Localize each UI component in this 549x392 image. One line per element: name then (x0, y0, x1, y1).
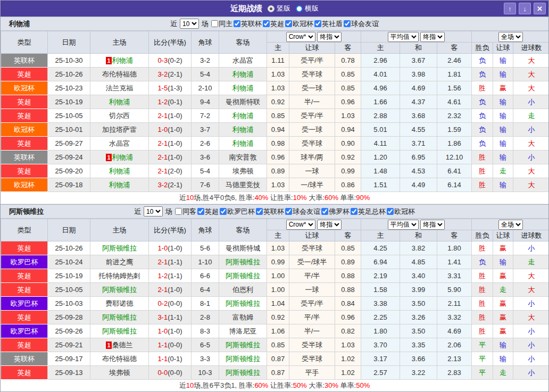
filter-英社盾[interactable]: 英社盾 (314, 19, 343, 29)
odds-stage-select-1[interactable]: 终指 (317, 220, 342, 230)
team-label: 埃弗顿 (109, 369, 130, 377)
summary-text: 近10场,胜4平0负6, 胜率:40% 让胜率:10% 大率:60% 单率:90… (1, 192, 548, 204)
corners-cell: 6-6 (192, 269, 219, 283)
summary-stat-value: 10 (186, 381, 194, 389)
near-label: 近 (170, 19, 177, 29)
filter-英超[interactable]: 英超 (197, 207, 219, 216)
halftime-score: (2-1) (168, 70, 182, 78)
result-cell: 平 (472, 366, 493, 380)
handicap-result-cell: 走 (493, 164, 513, 178)
handicap-result-cell: 输 (493, 338, 513, 352)
halftime-score: (1-3) (168, 84, 182, 92)
average-select[interactable]: 平均值 (388, 220, 419, 230)
filter-checkbox[interactable] (285, 20, 292, 27)
avg-draw-odds: 3.35 (400, 338, 437, 352)
filter-英联杯[interactable]: 英联杯 (256, 207, 284, 216)
filter-checkbox[interactable] (387, 208, 394, 215)
crow-home-odds: 1.00 (267, 269, 289, 283)
goals-result-cell: 大 (513, 81, 549, 95)
filter-checkbox[interactable] (220, 208, 227, 215)
move-down-button[interactable]: ↓ (519, 3, 531, 14)
result-cell: 胜 (472, 311, 493, 324)
avg-away-odds: 4.69 (437, 324, 472, 338)
bookmaker-select[interactable]: Crow* (286, 220, 315, 230)
filter-checkbox[interactable] (314, 20, 321, 27)
match-row: 英超25-09-211桑德兰1-1(0-0)6-5阿斯顿维拉0.85受半球1.0… (1, 338, 549, 352)
recent-count-select[interactable]: 10 (180, 19, 199, 29)
date-cell: 25-10-05 (48, 283, 90, 297)
filter-球会友谊[interactable]: 球会友谊 (344, 19, 379, 29)
corners-cell: 7-6 (192, 178, 219, 192)
filter-label: 英社盾 (322, 19, 343, 29)
handicap-result-cell: 赢 (493, 297, 513, 311)
filter-佛罗杯[interactable]: 佛罗杯 (321, 207, 350, 216)
header-away: 客场 (219, 219, 267, 241)
crow-handicap: 受半球 (289, 137, 335, 151)
date-cell: 25-10-23 (48, 81, 90, 95)
filter-checkbox[interactable] (256, 208, 263, 215)
away-team-cell: 阿斯顿维拉 (219, 255, 267, 269)
filter-欧冠杯[interactable]: 欧冠杯 (285, 19, 313, 29)
crow-away-odds: 0.85 (335, 68, 361, 81)
filter-英联杯[interactable]: 英联杯 (234, 19, 262, 29)
titlebar: 近期战绩 竖版 横版 ↑ ↓ ✕ (1, 1, 548, 16)
competition-cell: 英超 (1, 283, 48, 297)
move-up-button[interactable]: ↑ (504, 3, 516, 14)
match-row: 欧罗巴杯25-10-03费耶诺德0-2(0-0)8-1阿斯顿维拉1.04受平/半… (1, 297, 549, 311)
crow-home-odds: 0.96 (267, 151, 289, 164)
layout-radio-vertical[interactable]: 竖版 (268, 4, 290, 13)
date-cell: 25-09-28 (48, 311, 90, 324)
fullmatch-group-header: 全场 (472, 219, 549, 230)
average-select[interactable]: 平均值 (388, 32, 419, 42)
games-label: 场 (165, 207, 172, 216)
filter-欧冠杯[interactable]: 欧冠杯 (387, 207, 415, 216)
avg-home-odds: 2.88 (361, 109, 400, 123)
home-team-cell: 切尔西 (90, 109, 149, 123)
recent-results-window: 近期战绩 竖版 横版 ↑ ↓ ✕ 利物浦 近 10 场 同主英联杯英超欧冠杯英社… (0, 0, 549, 392)
crow-handicap: 受平/半 (289, 54, 335, 68)
avg-draw-odds: 3.22 (400, 366, 437, 380)
filter-checkbox[interactable] (175, 208, 182, 215)
filter-checkbox[interactable] (197, 208, 204, 215)
match-row: 英超25-10-05切尔西2-1(1-0)7-2利物浦0.85受平/半1.032… (1, 109, 549, 123)
odds-stage-select-2[interactable]: 终指 (420, 32, 445, 42)
filter-同主[interactable]: 同主 (211, 19, 232, 29)
fullmatch-select[interactable]: 全场 (498, 220, 523, 230)
team-label: 利物浦 (109, 167, 130, 175)
filter-checkbox[interactable] (234, 20, 240, 27)
close-button[interactable]: ✕ (534, 3, 546, 14)
filter-欧罗巴杯[interactable]: 欧罗巴杯 (220, 207, 255, 216)
filter-checkbox[interactable] (351, 208, 357, 215)
avg-away-odds: 1.41 (437, 255, 472, 269)
home-team-cell: 利物浦 (90, 95, 149, 109)
page-title: 近期战绩 (230, 4, 262, 14)
match-row: 英超25-09-13埃弗顿0-0(0-0)10-3阿斯顿维拉0.87平手1.02… (1, 366, 549, 380)
crow-handicap: 一球 (289, 164, 335, 178)
odds-stage-select-2[interactable]: 终指 (420, 220, 445, 230)
fullmatch-select[interactable]: 全场 (498, 32, 523, 42)
competition-cell: 英超 (1, 137, 48, 151)
subheader-avg-home: 主 (361, 43, 400, 54)
corners-cell: 3-3 (192, 352, 219, 366)
layout-radio-horizontal[interactable]: 横版 (296, 4, 319, 13)
average-group-header: 平均值 终指 (361, 31, 472, 43)
filter-checkbox[interactable] (211, 20, 218, 27)
filter-checkbox[interactable] (344, 20, 351, 27)
competition-cell: 英超 (1, 338, 48, 352)
match-row: 英超25-09-20利物浦2-1(2-0)5-4埃弗顿0.89一球0.991.4… (1, 164, 549, 178)
away-team-cell: 利物浦 (219, 123, 267, 137)
goals-result-cell: 小 (513, 324, 549, 338)
filter-球会友谊[interactable]: 球会友谊 (285, 207, 320, 216)
bookmaker-select[interactable]: Crow* (286, 32, 315, 42)
filter-checkbox[interactable] (321, 208, 328, 215)
filter-同客[interactable]: 同客 (175, 207, 196, 216)
filter-checkbox[interactable] (263, 20, 270, 27)
recent-count-select[interactable]: 10 (144, 206, 163, 216)
filter-英足总杯[interactable]: 英足总杯 (351, 207, 386, 216)
avg-home-odds: 3.17 (361, 352, 400, 366)
avg-draw-odds: 3.68 (400, 109, 437, 123)
handicap-result-cell: 输 (493, 137, 513, 151)
filter-checkbox[interactable] (285, 208, 292, 215)
odds-stage-select-1[interactable]: 终指 (317, 32, 342, 42)
filter-英超[interactable]: 英超 (263, 19, 284, 29)
